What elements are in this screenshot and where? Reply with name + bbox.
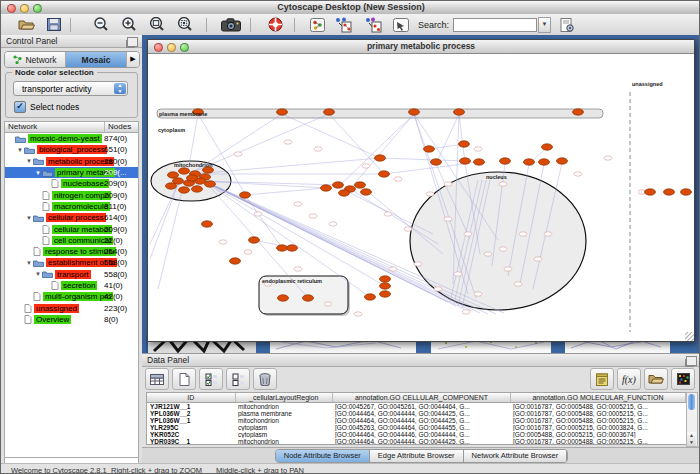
graph-node-unhighlighted[interactable] xyxy=(324,302,332,306)
scrollbar-thumb[interactable] xyxy=(688,394,695,410)
layout-attribute-icon[interactable] xyxy=(362,16,384,34)
column-header[interactable]: annotation.GO MOLECULAR_FUNCTION xyxy=(511,393,686,402)
graph-node-unhighlighted[interactable] xyxy=(294,202,302,206)
tree-row[interactable]: mosaic-demo-yeast874(0) xyxy=(5,133,138,144)
expand-arrow-icon[interactable]: ▼ xyxy=(35,170,42,176)
graph-node-unhighlighted[interactable] xyxy=(462,310,470,314)
graph-node[interactable] xyxy=(573,109,584,115)
zoom-selected-icon[interactable] xyxy=(174,16,196,34)
table-row[interactable]: YDR039C__1mitochondrion[GO:0044464, GO:0… xyxy=(147,438,686,445)
graph-node-unhighlighted[interactable] xyxy=(244,250,252,254)
graph-node-unhighlighted[interactable] xyxy=(604,156,612,160)
column-header[interactable]: ID xyxy=(147,393,236,402)
table-row[interactable]: YLR295Ccytoplasm[GO:0045263, GO:0044464,… xyxy=(147,424,686,431)
tab-edge-attribute-browser[interactable]: Edge Attribute Browser xyxy=(370,450,464,462)
graph-node[interactable] xyxy=(355,182,366,188)
graph-node[interactable] xyxy=(380,276,391,282)
graph-node[interactable] xyxy=(277,245,288,251)
graph-node[interactable] xyxy=(187,175,198,181)
function-builder-icon[interactable]: f(x) xyxy=(617,368,641,390)
graph-node-unhighlighted[interactable] xyxy=(404,227,412,231)
graph-node[interactable] xyxy=(681,189,692,195)
zoom-in-icon[interactable] xyxy=(118,16,140,34)
plasma-membrane-region[interactable] xyxy=(157,109,603,118)
unselect-attributes-icon[interactable] xyxy=(226,368,250,390)
graph-node[interactable] xyxy=(431,159,442,165)
graph-node[interactable] xyxy=(500,158,511,164)
graph-node[interactable] xyxy=(230,258,241,264)
graph-node-unhighlighted[interactable] xyxy=(544,232,552,236)
graph-node-unhighlighted[interactable] xyxy=(309,214,317,218)
save-session-icon[interactable] xyxy=(43,16,65,34)
column-nodes[interactable]: Nodes xyxy=(105,122,138,132)
graph-node[interactable] xyxy=(379,171,390,177)
graph-node-unhighlighted[interactable] xyxy=(514,282,522,286)
tab-overflow-arrow[interactable]: ▶ xyxy=(127,52,139,67)
expand-arrow-icon[interactable]: ▼ xyxy=(26,260,33,266)
graph-node-unhighlighted[interactable] xyxy=(499,182,507,186)
graph-node[interactable] xyxy=(365,294,376,300)
graph-node[interactable] xyxy=(166,183,177,189)
graph-node[interactable] xyxy=(361,189,372,195)
graph-node-unhighlighted[interactable] xyxy=(384,212,392,216)
graph-node-unhighlighted[interactable] xyxy=(389,267,397,271)
graph-node-unhighlighted[interactable] xyxy=(574,172,582,176)
graph-node-unhighlighted[interactable] xyxy=(499,247,507,251)
expand-arrow-icon[interactable]: ▼ xyxy=(26,215,33,221)
graph-node[interactable] xyxy=(557,158,568,164)
tree-row[interactable]: nucleobase-209(0) xyxy=(5,178,138,189)
tree-row[interactable]: Overview8(0) xyxy=(5,314,138,325)
graph-node[interactable] xyxy=(380,291,391,297)
tab-network[interactable]: Network xyxy=(5,52,66,67)
graph-node[interactable] xyxy=(333,182,344,188)
notes-icon[interactable] xyxy=(590,368,614,390)
search-options-arrow[interactable]: ▼ xyxy=(538,17,551,33)
table-row[interactable]: YKR052Ccytoplasm[GO:0044464, GO:0044446,… xyxy=(147,431,686,438)
graph-node[interactable] xyxy=(278,295,289,301)
vizmapper-icon[interactable] xyxy=(556,16,578,34)
tree-row[interactable]: ▼transport558(0) xyxy=(5,269,138,280)
graph-node[interactable] xyxy=(324,109,335,115)
graph-node-unhighlighted[interactable] xyxy=(329,222,337,226)
graph-node[interactable] xyxy=(205,181,216,187)
graph-node-unhighlighted[interactable] xyxy=(444,182,452,186)
graph-node[interactable] xyxy=(192,186,203,192)
graph-node-unhighlighted[interactable] xyxy=(294,267,302,271)
graph-node[interactable] xyxy=(287,245,298,251)
graph-node-unhighlighted[interactable] xyxy=(354,312,362,316)
graph-node[interactable] xyxy=(249,237,260,243)
graph-node[interactable] xyxy=(454,109,465,115)
expand-arrow-icon[interactable]: ▼ xyxy=(17,147,24,153)
node-color-dropdown[interactable]: transporter activity ▲▼ xyxy=(13,81,128,96)
graph-node-unhighlighted[interactable] xyxy=(464,232,472,236)
float-panel-icon[interactable] xyxy=(127,37,138,47)
graph-node-unhighlighted[interactable] xyxy=(426,192,434,196)
delete-attribute-icon[interactable] xyxy=(253,368,277,390)
graph-node-unhighlighted[interactable] xyxy=(284,140,292,144)
column-header[interactable]: annotation.GO CELLULAR_COMPONENT xyxy=(333,393,511,402)
help-icon[interactable] xyxy=(264,16,286,34)
tree-row[interactable]: ▼biological_process651(0) xyxy=(5,144,138,155)
graph-node[interactable] xyxy=(321,185,332,191)
graph-node-unhighlighted[interactable] xyxy=(504,267,512,271)
tree-row[interactable]: cell communicat22(0) xyxy=(5,235,138,246)
graph-node[interactable] xyxy=(240,192,251,198)
graph-node[interactable] xyxy=(179,187,190,193)
graph-node[interactable] xyxy=(664,189,675,195)
graph-node[interactable] xyxy=(277,109,288,115)
graph-node[interactable] xyxy=(380,283,391,289)
new-attribute-icon[interactable] xyxy=(172,368,196,390)
table-row[interactable]: YJR121W__1mitochondrion[GO:0045267, GO:0… xyxy=(147,403,686,410)
expand-arrow-icon[interactable]: ▼ xyxy=(26,158,33,164)
open-session-icon[interactable] xyxy=(15,16,37,34)
zoom-out-icon[interactable] xyxy=(90,16,112,34)
tree-row[interactable]: ▼primary metabo209(... xyxy=(5,167,138,178)
table-row[interactable]: YPL036W__1mitochondrion[GO:0044464, GO:0… xyxy=(147,417,686,424)
graph-node-unhighlighted[interactable] xyxy=(414,262,422,266)
tab-mosaic[interactable]: Mosaic xyxy=(66,52,127,67)
tab-network-attribute-browser[interactable]: Network Attribute Browser xyxy=(464,450,568,462)
graph-node-unhighlighted[interactable] xyxy=(484,252,492,256)
graph-node[interactable] xyxy=(474,159,485,165)
tree-row[interactable]: unassigned223(0) xyxy=(5,302,138,313)
graph-node[interactable] xyxy=(339,190,350,196)
